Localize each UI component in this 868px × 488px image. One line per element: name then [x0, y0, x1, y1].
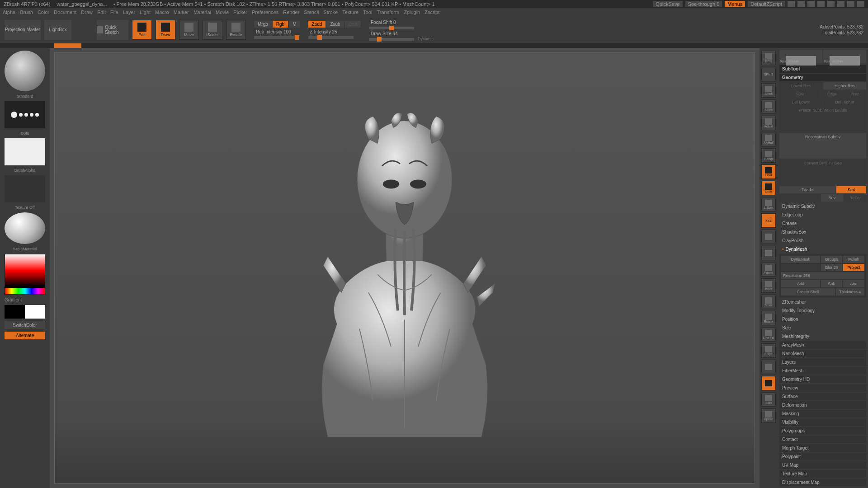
focal-shift-slider[interactable]: Focal Shift 0 — [369, 19, 414, 26]
local-button[interactable]: Local — [761, 181, 776, 195]
crease-item[interactable]: Crease — [779, 220, 866, 227]
rotate-button[interactable]: Rotate — [226, 20, 246, 40]
menu-light[interactable]: Light — [140, 9, 151, 15]
zadd-button[interactable]: Zadd — [308, 21, 326, 28]
quicksketch-button[interactable]: Quick Sketch — [97, 20, 128, 40]
geometry-hd-header[interactable]: Geometry HD — [779, 375, 866, 383]
script-button[interactable]: DefaultZScript — [748, 1, 785, 7]
nav-rotate-button[interactable]: Rotate — [761, 311, 776, 325]
z-intensity-slider[interactable]: Z Intensity 25 — [308, 28, 361, 35]
transp-button[interactable] — [761, 360, 776, 374]
zoom-button[interactable]: Zoom — [761, 99, 776, 114]
delhigher-button[interactable]: Del Higher — [823, 99, 866, 106]
menu-zplugin[interactable]: Zplugin — [404, 9, 420, 15]
rstr-button[interactable]: Rstr — [844, 90, 866, 98]
maximize-icon[interactable] — [847, 1, 854, 7]
rediv-button[interactable]: ReDiv — [844, 194, 866, 202]
spix-button[interactable]: SPix 3 — [761, 67, 776, 81]
polish-button[interactable]: Polish — [843, 256, 864, 263]
deformation-header[interactable]: Deformation — [779, 401, 866, 409]
minimize-icon[interactable] — [837, 1, 844, 7]
window-icon[interactable] — [827, 1, 835, 7]
dynamesh-button[interactable]: DynaMesh — [781, 256, 820, 263]
window-icon[interactable] — [797, 1, 805, 7]
texturemap-header[interactable]: Texture Map — [779, 470, 866, 478]
reconstruct-button[interactable]: Reconstruct Subdiv — [779, 133, 866, 159]
scale-button[interactable]: Scale — [203, 20, 222, 40]
freeze-button[interactable]: Freeze SubDivision Levels — [779, 107, 866, 132]
modtopo-item[interactable]: Modify Topology — [779, 307, 866, 314]
nav-button[interactable] — [761, 246, 776, 260]
menus-button[interactable]: Menus — [725, 1, 745, 7]
createshell-button[interactable]: Create Shell — [781, 288, 835, 296]
window-icon[interactable] — [788, 1, 795, 7]
zsub-button[interactable]: Zsub — [326, 21, 344, 28]
menu-stencil[interactable]: Stencil — [304, 9, 319, 15]
quicksave-button[interactable]: QuickSave — [653, 1, 682, 7]
menu-tool[interactable]: Tool — [363, 9, 372, 15]
higherres-button[interactable]: Higher Res — [823, 82, 866, 89]
menu-layer[interactable]: Layer — [123, 9, 136, 15]
menu-picker[interactable]: Picker — [233, 9, 247, 15]
nav-move-button[interactable]: Move — [761, 278, 776, 293]
bpr-button[interactable]: BPR — [761, 51, 776, 65]
menu-marker[interactable]: Marker — [174, 9, 189, 15]
alternate-button[interactable]: Alternate — [5, 332, 45, 339]
sub-button[interactable]: Sub — [821, 280, 842, 287]
window-icon[interactable] — [817, 1, 825, 7]
divide-button[interactable]: Divide — [779, 186, 835, 193]
size-item[interactable]: Size — [779, 324, 866, 332]
zcut-button[interactable]: Zcut — [345, 21, 361, 28]
menu-preferences[interactable]: Preferences — [252, 9, 278, 15]
geometry-header[interactable]: Geometry — [779, 74, 866, 81]
nav-scale-button[interactable]: Scale — [761, 295, 776, 309]
scroll-button[interactable]: Scroll — [761, 83, 776, 98]
linefill-button[interactable]: Line Fill — [761, 327, 776, 342]
arraymesh-header[interactable]: ArrayMesh — [779, 341, 866, 349]
polyf-button[interactable]: PolyF — [761, 343, 776, 358]
white-swatch[interactable] — [25, 305, 45, 319]
actual-button[interactable]: Actual — [761, 116, 776, 130]
contact-header[interactable]: Contact — [779, 436, 866, 443]
dellower-button[interactable]: Del Lower — [779, 99, 822, 106]
menu-edit[interactable]: Edit — [97, 9, 106, 15]
layers-header[interactable]: Layers — [779, 358, 866, 366]
groups-button[interactable]: Groups — [821, 256, 842, 263]
claypolish-item[interactable]: ClayPolish — [779, 237, 866, 244]
brush-thumbnail[interactable] — [5, 51, 45, 91]
draw-button[interactable]: Draw — [156, 20, 175, 40]
menu-draw[interactable]: Draw — [81, 9, 93, 15]
sdiv-slider[interactable]: SDiv — [779, 90, 820, 98]
menu-transform[interactable]: Transform — [377, 9, 399, 15]
material-thumbnail[interactable] — [5, 212, 45, 244]
xpose-button[interactable]: Xpose — [761, 408, 776, 423]
projection-master-button[interactable]: Projection Master — [5, 20, 41, 40]
zremesher-item[interactable]: ZRemesher — [779, 298, 866, 306]
draw-size-slider[interactable]: Draw Size 64 — [369, 30, 414, 37]
dynamic-button[interactable] — [761, 376, 776, 390]
thickness-slider[interactable]: Thickness 4 — [836, 288, 864, 296]
menu-stroke[interactable]: Stroke — [323, 9, 338, 15]
stroke-thumbnail[interactable] — [5, 101, 45, 128]
nav-button[interactable] — [761, 230, 776, 244]
lsym-button[interactable]: L.Sym — [761, 197, 776, 211]
and-button[interactable]: And — [843, 280, 864, 287]
blur-slider[interactable]: Blur 28 — [821, 264, 842, 271]
tool-thumb[interactable]: figur_remesh — [823, 50, 866, 63]
nanomesh-header[interactable]: NanoMesh — [779, 350, 866, 357]
window-icon[interactable] — [807, 1, 815, 7]
add-button[interactable]: Add — [781, 280, 820, 287]
menu-render[interactable]: Render — [283, 9, 299, 15]
menu-brush[interactable]: Brush — [20, 9, 33, 15]
meshintegrity-item[interactable]: MeshIntegrity — [779, 333, 866, 340]
menu-alpha[interactable]: Alpha — [3, 9, 15, 15]
morphtarget-header[interactable]: Morph Target — [779, 444, 866, 452]
close-icon[interactable] — [857, 1, 864, 7]
solo-button[interactable]: Solo — [761, 392, 776, 407]
menu-texture[interactable]: Texture — [342, 9, 359, 15]
texture-thumbnail[interactable] — [5, 175, 45, 202]
gradient-label[interactable]: Gradient — [3, 297, 22, 302]
rgb-button[interactable]: Rgb — [273, 21, 288, 28]
menu-material[interactable]: Material — [193, 9, 211, 15]
seethrough-slider[interactable]: See-through 0 — [685, 1, 722, 7]
